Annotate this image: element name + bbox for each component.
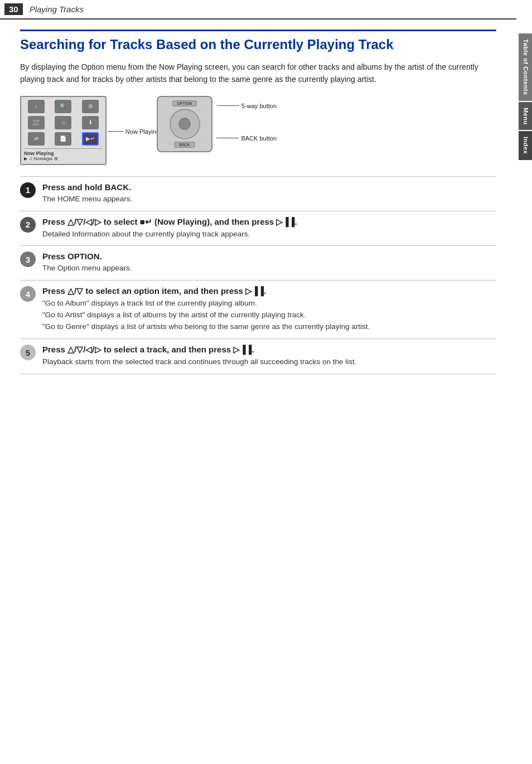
step-number-3: 3 [20, 252, 36, 267]
step-desc-2: Detailed Information about the currently… [42, 229, 496, 240]
section-heading: Searching for Tracks Based on the Curren… [20, 30, 496, 53]
step-number-1: 1 [20, 182, 36, 198]
step-content-1: Press and hold BACK. The HOME menu appea… [42, 182, 496, 205]
icon-settings: ⚙ [82, 100, 99, 113]
screen-mockup: ♪ 🔍 ⚙ TOP100 ♫ ⬇ ⇌ 📄 ▶↵ Now Playing [20, 96, 107, 165]
fiveway-annotation: 5-way button [217, 103, 277, 109]
icon-connect: ⇌ [28, 132, 45, 146]
step-title-5: Press △/▽/◁/▷ to select a track, and the… [42, 345, 496, 355]
page-number: 30 [4, 3, 23, 15]
step-number-2: 2 [20, 217, 36, 233]
back-line [216, 138, 239, 138]
tab-menu[interactable]: Menu [519, 102, 532, 130]
now-playing-annotation: Now Playing [108, 128, 159, 135]
step-row-4: 4 Press △/▽ to select an option item, an… [20, 280, 496, 339]
icon-music: ♪ [28, 100, 45, 113]
step-content-5: Press △/▽/◁/▷ to select a track, and the… [42, 345, 496, 368]
tab-toc[interactable]: Table of Contents [519, 33, 532, 101]
step-row-5: 5 Press △/▽/◁/▷ to select a track, and t… [20, 339, 496, 374]
device-illustration: ♪ 🔍 ⚙ TOP100 ♫ ⬇ ⇌ 📄 ▶↵ Now Playing [20, 96, 496, 165]
fiveway-label: 5-way button [241, 103, 277, 109]
tab-index[interactable]: Index [519, 131, 532, 159]
step-number-5: 5 [20, 345, 36, 360]
side-tabs: Table of Contents Menu Index [519, 33, 532, 161]
screen-bottom-bar: Now Playing ▶♫ Nostalgia⊞ [24, 148, 103, 161]
icon-dl: ⬇ [82, 116, 99, 129]
step-content-4: Press △/▽ to select an option item, and … [42, 286, 496, 333]
page-title: Playing Tracks [30, 4, 84, 14]
now-playing-label: Now Playing [125, 128, 159, 135]
step-content-2: Press △/▽/◁/▷ to select ■↵ (Now Playing)… [42, 217, 496, 240]
step-title-2: Press △/▽/◁/▷ to select ■↵ (Now Playing)… [42, 217, 496, 227]
step-desc-5: Playback starts from the selected track … [42, 356, 496, 368]
steps-container: 1 Press and hold BACK. The HOME menu app… [20, 176, 496, 374]
fiveway-line [217, 105, 239, 106]
icon-doc: 📄 [55, 132, 71, 146]
step-desc-3: The Option menu appears. [42, 263, 496, 274]
page-header: 30 Playing Tracks [0, 0, 516, 20]
fiveway-center [178, 118, 191, 130]
step-row-3: 3 Press OPTION. The Option menu appears. [20, 245, 496, 280]
step-number-4: 4 [20, 286, 36, 302]
remote-mockup: OPTION BACK [157, 96, 212, 152]
step-desc-4: "Go to Album" displays a track list of t… [42, 298, 496, 333]
step-row-2: 2 Press △/▽/◁/▷ to select ■↵ (Now Playin… [20, 211, 496, 246]
step-title-4: Press △/▽ to select an option item, and … [42, 286, 496, 296]
intro-text: By displaying the Option menu from the N… [20, 61, 496, 86]
option-button: OPTION [172, 100, 197, 107]
step-title-3: Press OPTION. [42, 252, 496, 261]
icon-search: 🔍 [55, 100, 71, 113]
fiveway-control [170, 109, 200, 139]
step-content-3: Press OPTION. The Option menu appears. [42, 252, 496, 274]
back-label: BACK button [241, 135, 277, 142]
step-desc-1: The HOME menu appears. [42, 194, 496, 205]
step-title-1: Press and hold BACK. [42, 182, 496, 192]
annotation-line [108, 131, 123, 132]
icon-now-playing: ▶↵ [82, 132, 99, 146]
step-row-1: 1 Press and hold BACK. The HOME menu app… [20, 176, 496, 211]
icon-note: ♫ [55, 116, 71, 129]
back-annotation: BACK button [216, 135, 277, 142]
icon-top100: TOP100 [28, 116, 45, 129]
main-content: Searching for Tracks Based on the Curren… [0, 20, 516, 384]
back-button: BACK [174, 142, 195, 148]
